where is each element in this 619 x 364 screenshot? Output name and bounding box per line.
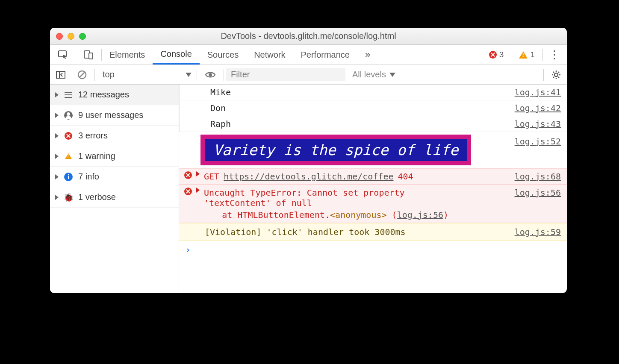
bug-icon: 🐞 xyxy=(64,193,73,202)
svg-line-15 xyxy=(553,77,554,78)
error-icon xyxy=(184,171,192,179)
user-icon xyxy=(64,111,73,120)
expand-icon xyxy=(196,188,200,193)
console-sidebar: 12 messages 9 user messages 3 errors 1 w… xyxy=(50,85,179,293)
svg-line-6 xyxy=(80,72,85,77)
svg-line-14 xyxy=(558,77,559,78)
log-message: Don xyxy=(190,103,226,113)
filter-input[interactable] xyxy=(226,68,345,81)
zoom-window-button[interactable] xyxy=(79,33,86,40)
warning-counter[interactable]: 1 xyxy=(511,45,542,65)
source-link[interactable]: log.js:52 xyxy=(515,132,567,147)
info-icon: i xyxy=(64,173,73,181)
log-level-selector[interactable]: All levels xyxy=(345,70,402,79)
violation-message: [Violation] 'click' handler took 3000ms xyxy=(205,227,406,237)
close-window-button[interactable] xyxy=(56,33,63,40)
stack-trace: at HTMLButtonElement.<anonymous> (log.js… xyxy=(184,210,561,220)
log-row[interactable]: Don log.js:42 xyxy=(180,100,567,116)
svg-point-8 xyxy=(554,73,558,76)
warning-icon xyxy=(65,153,72,159)
error-icon xyxy=(489,51,497,59)
tabs-overflow-button[interactable]: » xyxy=(357,45,378,65)
error-icon xyxy=(184,188,192,195)
http-method: GET xyxy=(204,171,219,182)
sidebar-item-warnings[interactable]: 1 warning xyxy=(50,146,179,167)
console-toolbar: top All levels xyxy=(50,65,567,85)
expand-icon xyxy=(55,133,59,138)
chevron-down-icon xyxy=(389,73,395,77)
sidebar-item-verbose[interactable]: 🐞 1 verbose xyxy=(50,187,179,208)
source-link[interactable]: log.js:41 xyxy=(515,87,561,97)
window-title: DevTools - devtools.glitch.me/console/lo… xyxy=(50,31,567,41)
devtools-window: DevTools - devtools.glitch.me/console/lo… xyxy=(50,28,567,293)
svg-point-7 xyxy=(209,73,212,76)
minimize-window-button[interactable] xyxy=(68,33,74,40)
expand-icon xyxy=(55,113,59,118)
clear-console-icon[interactable] xyxy=(71,65,93,84)
log-message: Mike xyxy=(190,87,231,97)
more-options-button[interactable]: ⋮ xyxy=(543,48,567,62)
tab-sources[interactable]: Sources xyxy=(200,45,246,65)
sidebar-item-messages[interactable]: 12 messages xyxy=(50,85,179,105)
expand-icon xyxy=(55,174,59,179)
http-status: 404 xyxy=(398,171,413,182)
expand-icon xyxy=(55,154,59,159)
tab-network[interactable]: Network xyxy=(246,45,293,65)
source-link[interactable]: log.js:59 xyxy=(515,227,561,237)
styled-log-message: Variety is the spice of life xyxy=(200,135,471,165)
prompt-chevron-icon: › xyxy=(185,244,191,255)
list-icon xyxy=(64,90,73,100)
context-selector[interactable]: top xyxy=(97,70,195,79)
tab-elements[interactable]: Elements xyxy=(102,45,153,65)
svg-line-13 xyxy=(553,72,554,73)
expand-icon xyxy=(55,92,59,97)
console-settings-icon[interactable] xyxy=(545,65,567,84)
expand-icon xyxy=(55,195,59,200)
tab-performance[interactable]: Performance xyxy=(293,45,358,65)
warning-icon xyxy=(519,51,528,59)
log-message: Raph xyxy=(190,119,231,129)
log-row[interactable]: Mike log.js:41 xyxy=(180,85,567,100)
tab-console[interactable]: Console xyxy=(153,45,199,65)
log-row-network-error[interactable]: GET https://devtools.glitch.me/coffee 40… xyxy=(179,168,567,185)
request-url[interactable]: https://devtools.glitch.me/coffee xyxy=(224,171,393,182)
sidebar-toggle-icon[interactable] xyxy=(50,65,71,84)
stack-source-link[interactable]: log.js:56 xyxy=(397,210,443,220)
log-row-violation[interactable]: [Violation] 'click' handler took 3000ms … xyxy=(179,223,567,241)
svg-line-16 xyxy=(558,72,559,73)
console-prompt[interactable]: › xyxy=(179,241,567,258)
sidebar-item-user-messages[interactable]: 9 user messages xyxy=(50,105,179,126)
source-link[interactable]: log.js:56 xyxy=(515,188,561,208)
traffic-lights xyxy=(56,33,86,40)
error-icon xyxy=(65,132,72,140)
log-row-styled[interactable]: Variety is the spice of life log.js:52 xyxy=(179,132,567,168)
inspect-element-icon[interactable] xyxy=(50,45,76,65)
source-link[interactable]: log.js:68 xyxy=(515,171,561,182)
error-message: Uncaught TypeError: Cannot set property … xyxy=(204,188,405,208)
expand-icon xyxy=(196,171,200,176)
devtools-tabstrip: Elements Console Sources Network Perform… xyxy=(50,45,567,65)
console-output: Mike log.js:41 Don log.js:42 Raph log.js… xyxy=(179,85,567,293)
titlebar: DevTools - devtools.glitch.me/console/lo… xyxy=(50,28,567,45)
chevron-down-icon xyxy=(186,73,192,77)
sidebar-item-errors[interactable]: 3 errors xyxy=(50,126,179,146)
sidebar-item-info[interactable]: i 7 info xyxy=(50,167,179,187)
source-link[interactable]: log.js:43 xyxy=(515,119,561,129)
context-label: top xyxy=(103,70,115,79)
live-expression-icon[interactable] xyxy=(199,65,222,84)
source-link[interactable]: log.js:42 xyxy=(515,103,561,113)
log-row-type-error[interactable]: Uncaught TypeError: Cannot set property … xyxy=(179,185,567,223)
log-row[interactable]: Raph log.js:43 xyxy=(180,116,567,132)
error-counter[interactable]: 3 xyxy=(481,45,512,65)
svg-rect-2 xyxy=(89,53,93,59)
device-toolbar-icon[interactable] xyxy=(76,45,101,65)
